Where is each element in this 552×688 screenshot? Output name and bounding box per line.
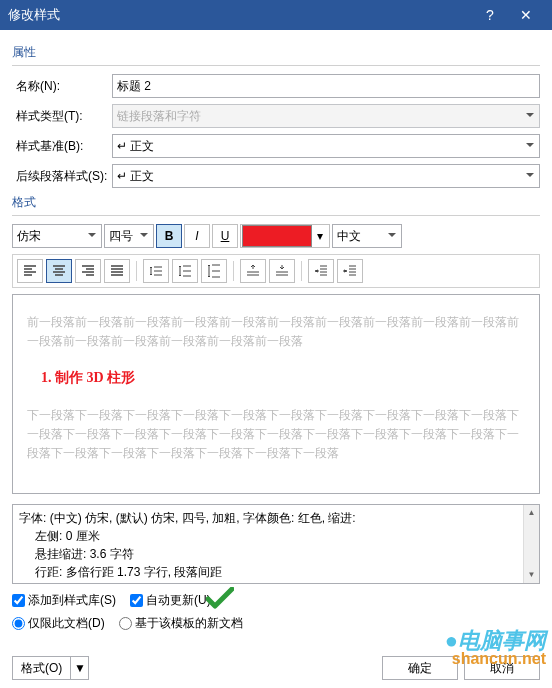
space-before-dec-button[interactable] (269, 259, 295, 283)
preview-pane: 前一段落前一段落前一段落前一段落前一段落前一段落前一段落前一段落前一段落前一段落… (12, 294, 540, 494)
label-following: 后续段落样式(S): (12, 168, 112, 185)
font-color-picker[interactable]: ▾ (240, 224, 330, 248)
help-button[interactable]: ? (472, 0, 508, 30)
style-type-select: 链接段落和字符 (112, 104, 540, 128)
template-radio[interactable]: 基于该模板的新文档 (119, 615, 243, 632)
label-name: 名称(N): (12, 78, 112, 95)
preview-before-text: 前一段落前一段落前一段落前一段落前一段落前一段落前一段落前一段落前一段落前一段落… (27, 313, 525, 351)
line-spacing-2-button[interactable] (201, 259, 227, 283)
lang-select[interactable]: 中文 (332, 224, 402, 248)
font-toolbar: 仿宋 四号 B I U ▾ 中文 (12, 224, 540, 248)
font-select[interactable]: 仿宋 (12, 224, 102, 248)
bold-button[interactable]: B (156, 224, 182, 248)
based-on-select[interactable]: ↵ 正文 (112, 134, 540, 158)
ok-button[interactable]: 确定 (382, 656, 458, 680)
paragraph-toolbar (12, 254, 540, 288)
name-input[interactable] (112, 74, 540, 98)
label-style-type: 样式类型(T): (12, 108, 112, 125)
following-select[interactable]: ↵ 正文 (112, 164, 540, 188)
section-properties: 属性 (12, 44, 540, 61)
this-doc-radio[interactable]: 仅限此文档(D) (12, 615, 105, 632)
color-swatch (242, 225, 312, 247)
desc-line: 字体: (中文) 仿宋, (默认) 仿宋, 四号, 加粗, 字体颜色: 红色, … (19, 509, 533, 527)
desc-line: 左侧: 0 厘米 (19, 527, 533, 545)
section-format: 格式 (12, 194, 540, 211)
cancel-button[interactable]: 取消 (464, 656, 540, 680)
align-right-button[interactable] (75, 259, 101, 283)
align-center-button[interactable] (46, 259, 72, 283)
size-select[interactable]: 四号 (104, 224, 154, 248)
add-to-gallery-checkbox[interactable]: 添加到样式库(S) (12, 592, 116, 609)
desc-line: 行距: 多倍行距 1.73 字行, 段落间距 (19, 563, 533, 581)
auto-update-checkbox[interactable]: 自动更新(U) (130, 592, 210, 609)
indent-inc-button[interactable] (337, 259, 363, 283)
scrollbar[interactable]: ▲▼ (523, 505, 539, 583)
chevron-down-icon[interactable]: ▾ (312, 229, 328, 243)
space-before-inc-button[interactable] (240, 259, 266, 283)
italic-button[interactable]: I (184, 224, 210, 248)
preview-sample-text: 1. 制作 3D 柱形 (41, 367, 525, 389)
scroll-up-icon[interactable]: ▲ (526, 505, 538, 521)
line-spacing-15-button[interactable] (172, 259, 198, 283)
format-menu-dropdown[interactable]: ▼ (71, 656, 89, 680)
titlebar: 修改样式 ? ✕ (0, 0, 552, 30)
description-box: 字体: (中文) 仿宋, (默认) 仿宋, 四号, 加粗, 字体颜色: 红色, … (12, 504, 540, 584)
line-spacing-1-button[interactable] (143, 259, 169, 283)
desc-line: 悬挂缩进: 3.6 字符 (19, 545, 533, 563)
underline-button[interactable]: U (212, 224, 238, 248)
close-button[interactable]: ✕ (508, 0, 544, 30)
scroll-down-icon[interactable]: ▼ (526, 567, 538, 583)
format-menu-button[interactable]: 格式(O) (12, 656, 71, 680)
align-justify-button[interactable] (104, 259, 130, 283)
preview-after-text: 下一段落下一段落下一段落下一段落下一段落下一段落下一段落下一段落下一段落下一段落… (27, 406, 525, 464)
dialog-footer: 格式(O) ▼ 确定 取消 (0, 648, 552, 688)
align-left-button[interactable] (17, 259, 43, 283)
label-based-on: 样式基准(B): (12, 138, 112, 155)
indent-dec-button[interactable] (308, 259, 334, 283)
dialog-title: 修改样式 (8, 6, 472, 24)
